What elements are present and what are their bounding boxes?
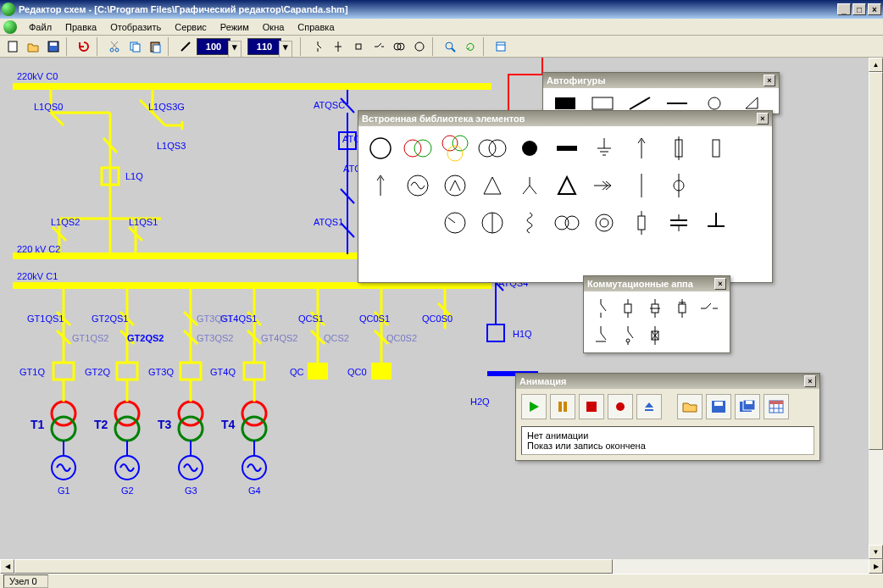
- refresh-button[interactable]: [75, 37, 93, 56]
- lib-meter[interactable]: [436, 204, 474, 241]
- lib-reactor[interactable]: [623, 167, 660, 204]
- lib-fuse[interactable]: [660, 130, 697, 167]
- stop-button[interactable]: [579, 394, 604, 419]
- sw-earth[interactable]: [587, 322, 614, 349]
- sw-load[interactable]: [669, 295, 696, 322]
- lib-capacitor[interactable]: [660, 204, 697, 241]
- vertical-scrollbar[interactable]: ▲ ▼: [869, 58, 883, 559]
- lib-blank4[interactable]: [362, 241, 399, 279]
- switchgear-titlebar[interactable]: Коммутационные аппа ×: [584, 276, 730, 291]
- minimize-button[interactable]: _: [837, 3, 851, 15]
- menu-help[interactable]: Справка: [291, 20, 341, 34]
- line-button[interactable]: [176, 37, 195, 56]
- lib-demand[interactable]: [436, 167, 474, 204]
- menu-edit[interactable]: Правка: [58, 20, 103, 34]
- sw-breaker[interactable]: [614, 295, 641, 322]
- library-close-button[interactable]: ×: [757, 113, 769, 125]
- animation-titlebar[interactable]: Анимация ×: [516, 374, 819, 389]
- lib-resistor[interactable]: [623, 204, 660, 241]
- lib-delta2[interactable]: [548, 167, 586, 204]
- calendar-button[interactable]: [764, 394, 789, 419]
- record-button[interactable]: [608, 394, 633, 419]
- svg-point-83: [179, 417, 203, 441]
- cut-button[interactable]: [105, 37, 124, 56]
- lib-blank2[interactable]: [362, 204, 399, 241]
- autoshapes-title: Автофигуры: [547, 75, 606, 86]
- lib-sine[interactable]: [399, 167, 436, 204]
- lib-coil[interactable]: [511, 204, 548, 241]
- menu-file[interactable]: Файл: [22, 20, 58, 34]
- lib-ct[interactable]: [660, 167, 697, 204]
- new-button[interactable]: [3, 37, 22, 56]
- lib-disc[interactable]: [511, 130, 548, 167]
- lib-blank3[interactable]: [399, 204, 436, 241]
- library-palette[interactable]: Встроенная библиотека элементов ×: [358, 110, 773, 283]
- linewidth-combo[interactable]: 100: [197, 38, 230, 55]
- save-button[interactable]: [44, 37, 63, 56]
- lib-blank5[interactable]: [399, 241, 436, 279]
- switch1-icon[interactable]: [308, 37, 327, 56]
- breaker-icon[interactable]: [349, 37, 368, 56]
- lib-arrow-up2[interactable]: [362, 167, 399, 204]
- menu-mode[interactable]: Режим: [214, 20, 256, 34]
- open-button[interactable]: [24, 37, 42, 56]
- lib-circle[interactable]: [362, 130, 399, 167]
- zoom-button[interactable]: [441, 37, 459, 56]
- play-button[interactable]: [521, 394, 547, 419]
- lib-ground2[interactable]: [697, 204, 735, 241]
- autoshapes-close-button[interactable]: ×: [764, 75, 775, 86]
- lib-split[interactable]: [474, 204, 511, 241]
- lib-double-arrow[interactable]: [586, 167, 623, 204]
- scroll-up-button[interactable]: ▲: [869, 58, 883, 72]
- props-button[interactable]: [491, 37, 510, 56]
- menu-view[interactable]: Отобразить: [103, 20, 168, 34]
- lib-star[interactable]: [511, 167, 548, 204]
- sw-contactor[interactable]: [696, 295, 723, 322]
- lib-bar[interactable]: [548, 130, 586, 167]
- rotate-button[interactable]: [461, 37, 480, 56]
- maximize-button[interactable]: □: [852, 3, 866, 15]
- lib-ctpair[interactable]: [586, 204, 623, 241]
- menu-windows[interactable]: Окна: [256, 20, 292, 34]
- menu-service[interactable]: Сервис: [168, 20, 214, 34]
- sw-breaker2[interactable]: [641, 295, 669, 322]
- open-folder-button[interactable]: [677, 394, 703, 419]
- save-all-button[interactable]: [735, 394, 760, 419]
- disconnect-icon[interactable]: [369, 37, 388, 56]
- lib-blank1[interactable]: [697, 167, 735, 204]
- autoshapes-palette[interactable]: Автофигуры ×: [542, 72, 780, 114]
- lib-2circle-small[interactable]: [548, 204, 586, 241]
- lib-blank6[interactable]: [436, 241, 474, 279]
- autoshapes-titlebar[interactable]: Автофигуры ×: [543, 73, 779, 88]
- lib-rect-empty[interactable]: [697, 130, 735, 167]
- animation-close-button[interactable]: ×: [804, 375, 816, 387]
- animation-palette[interactable]: Анимация × Нет анимации Показ или запись…: [515, 373, 820, 461]
- eject-button[interactable]: [636, 394, 662, 419]
- generator-icon[interactable]: [410, 37, 429, 56]
- library-titlebar[interactable]: Встроенная библиотека элементов ×: [358, 111, 772, 126]
- scroll-down-button[interactable]: ▼: [869, 545, 883, 559]
- close-button[interactable]: ×: [868, 3, 881, 15]
- lib-arrow-up[interactable]: [623, 130, 660, 167]
- horizontal-scrollbar[interactable]: ◀ ▶: [0, 559, 883, 574]
- linestyle-combo[interactable]: 110: [247, 38, 281, 55]
- sw-isolator[interactable]: [641, 322, 669, 349]
- lib-3winding[interactable]: [436, 130, 474, 167]
- copy-button[interactable]: [125, 37, 144, 56]
- scroll-left-button[interactable]: ◀: [0, 559, 14, 574]
- sw-disconnect[interactable]: [587, 295, 614, 322]
- switch2-icon[interactable]: [329, 37, 347, 56]
- lib-2circle[interactable]: [474, 130, 511, 167]
- paste-button[interactable]: [146, 37, 164, 56]
- pause-button[interactable]: [550, 394, 575, 419]
- switchgear-palette[interactable]: Коммутационные аппа ×: [583, 275, 730, 353]
- lib-2winding[interactable]: [399, 130, 436, 167]
- sw-load2[interactable]: [614, 322, 641, 349]
- lib-delta[interactable]: [474, 167, 511, 204]
- lib-ground[interactable]: [586, 130, 623, 167]
- scroll-right-button[interactable]: ▶: [869, 559, 883, 574]
- save-anim-button[interactable]: [706, 394, 731, 419]
- svg-point-183: [616, 402, 625, 411]
- transformer-icon[interactable]: [390, 37, 408, 56]
- switchgear-close-button[interactable]: ×: [714, 278, 726, 290]
